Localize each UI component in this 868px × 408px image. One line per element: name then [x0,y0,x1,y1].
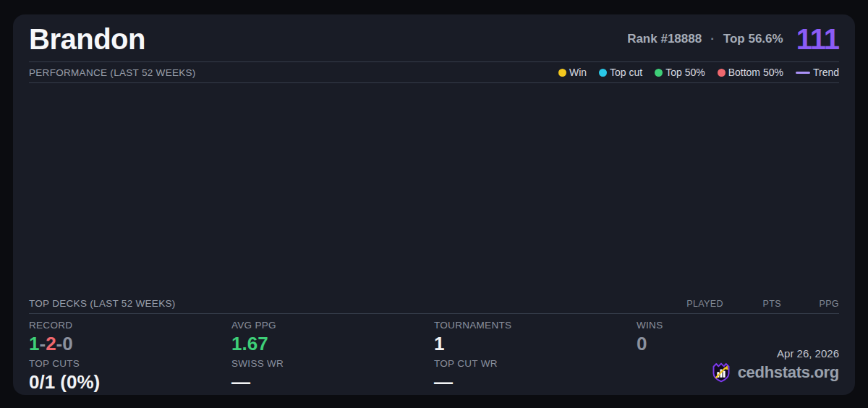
top-cut-dot-icon [599,69,607,77]
stat-top-cuts: TOP CUTS 0/1 (0%) [29,358,231,393]
column-header-ppg: PPG [781,299,839,309]
record-dash: - [56,333,63,354]
record-value: 1-2-0 [29,333,231,354]
swiss-wr-value: — [231,371,434,393]
win-dot-icon [558,69,566,77]
stat-label: TOP CUTS [29,358,231,370]
record-draws: 0 [62,333,72,354]
legend-label: Top cut [610,67,642,78]
stat-label: RECORD [29,320,231,331]
tournaments-value: 1 [434,333,637,354]
stat-label: TOP CUT WR [434,358,637,370]
legend-label: Bottom 50% [728,67,783,78]
snapshot-date: Apr 26, 2026 [777,347,839,360]
stat-label: TOURNAMENTS [434,320,637,331]
brand-name[interactable]: cedhstats.org [738,363,839,382]
top-percent-label: Top 56.6% [723,32,783,46]
legend-item-bottom-50: Bottom 50% [718,67,783,78]
rank-label: Rank #18888 [627,32,702,46]
legend-label: Top 50% [665,67,705,78]
top-decks-section-title: TOP DECKS (LAST 52 WEEKS) [29,298,176,309]
stat-label: AVG PPG [231,320,434,331]
stat-top-cut-wr: TOP CUT WR — [434,358,637,393]
stat-swiss-wr: SWISS WR — [231,358,434,393]
legend-item-win: Win [558,67,587,78]
top-cut-wr-value: — [434,371,637,393]
top-50-dot-icon [655,69,663,77]
performance-header-row: PERFORMANCE (LAST 52 WEEKS) Win Top cut … [29,62,839,83]
cedhstats-logo-icon[interactable] [710,362,732,383]
chart-legend: Win Top cut Top 50% Bottom 50% Trend [558,67,839,78]
legend-item-top-cut: Top cut [599,67,642,78]
player-stats-card: Brandon Rank #18888 · Top 56.6% 111 PERF… [13,14,855,395]
stat-label: SWISS WR [231,358,434,370]
avg-ppg-value: 1.67 [231,333,434,354]
player-name: Brandon [29,24,145,54]
top-decks-header-row: TOP DECKS (LAST 52 WEEKS) PLAYED PTS PPG [29,294,839,314]
record-wins: 1 [29,333,39,354]
performance-chart-area [29,83,839,294]
legend-label: Win [569,67,587,78]
stat-label: WINS [637,320,839,331]
rating-value: 111 [796,25,839,54]
legend-item-top-50: Top 50% [655,67,705,78]
dot-separator: · [710,32,715,46]
performance-section-title: PERFORMANCE (LAST 52 WEEKS) [29,67,196,78]
legend-item-trend: Trend [796,67,839,78]
rank-group: Rank #18888 · Top 56.6% 111 [627,25,839,54]
stat-record: RECORD 1-2-0 [29,320,231,354]
column-header-played: PLAYED [665,299,723,309]
legend-label: Trend [813,67,839,78]
stat-tournaments: TOURNAMENTS 1 [434,320,637,354]
bottom-50-dot-icon [718,69,726,77]
column-header-pts: PTS [723,299,781,309]
record-dash: - [39,333,46,354]
top-cuts-value: 0/1 (0%) [29,371,231,393]
top-decks-columns: PLAYED PTS PPG [665,299,839,309]
card-footer: Apr 26, 2026 cedhstats.org [710,347,839,383]
record-losses: 2 [46,333,56,354]
stat-avg-ppg: AVG PPG 1.67 [231,320,434,354]
brand-link[interactable]: cedhstats.org [710,362,839,383]
card-header: Brandon Rank #18888 · Top 56.6% 111 [29,14,839,62]
trend-line-icon [796,72,810,74]
